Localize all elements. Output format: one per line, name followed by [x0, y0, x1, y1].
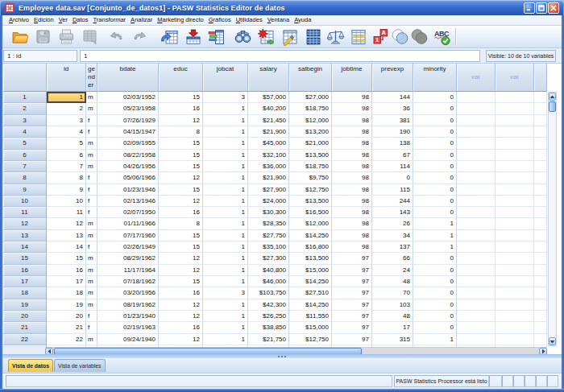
cell-2-bdate[interactable]: 05/23/1958: [97, 103, 159, 114]
use-variable-sets-icon[interactable]: [391, 27, 409, 46]
cell-13-bdate[interactable]: 07/17/1960: [97, 230, 159, 241]
cell-2-educ[interactable]: 16: [159, 103, 203, 114]
cell-12-educ[interactable]: 8: [159, 218, 203, 229]
cell-15-educ[interactable]: 12: [159, 253, 203, 264]
horizontal-scrollbar[interactable]: [45, 347, 547, 354]
cell-10-id[interactable]: 10: [47, 196, 86, 207]
empty-cell[interactable]: [534, 161, 547, 172]
cell-4-educ[interactable]: 8: [159, 126, 203, 138]
cell-15-salary[interactable]: $27,300: [248, 253, 289, 264]
tab-vista-de-variables[interactable]: Vista de variables: [54, 359, 106, 372]
cell-20-minority[interactable]: 0: [413, 311, 457, 322]
cell-1-jobcat[interactable]: 3: [203, 92, 248, 103]
cell-14-id[interactable]: 14: [47, 241, 86, 253]
cell-5-prevexp[interactable]: 138: [372, 138, 413, 149]
cell-22-jobcat[interactable]: 1: [203, 334, 248, 345]
cell-13-jobtime[interactable]: 98: [332, 230, 372, 241]
cell-19-jobcat[interactable]: 1: [203, 299, 248, 311]
cell-4-jobtime[interactable]: 98: [332, 126, 372, 138]
cell-5-jobcat[interactable]: 1: [203, 138, 248, 149]
empty-cell[interactable]: [534, 150, 547, 161]
column-header-var[interactable]: [534, 64, 547, 92]
undo-icon[interactable]: [107, 27, 126, 46]
cell-16-id[interactable]: 16: [47, 265, 86, 276]
cell-17-gender[interactable]: m: [86, 276, 97, 287]
cell-14-prevexp[interactable]: 137: [372, 241, 413, 253]
cell-21-bdate[interactable]: 02/19/1963: [97, 322, 159, 333]
cell-9-id[interactable]: 9: [47, 184, 86, 196]
row-header-18[interactable]: 18: [3, 287, 47, 299]
cell-4-minority[interactable]: 0: [413, 126, 457, 138]
empty-cell[interactable]: [534, 207, 547, 218]
cell-18-minority[interactable]: 0: [413, 287, 457, 299]
maximize-button[interactable]: [536, 2, 547, 14]
empty-cell[interactable]: [534, 311, 547, 322]
column-header-jobcat[interactable]: jobcat: [203, 64, 248, 92]
row-header-9[interactable]: 9: [3, 184, 47, 196]
cell-4-prevexp[interactable]: 190: [372, 126, 413, 138]
cell-11-bdate[interactable]: 02/07/1950: [97, 207, 159, 218]
empty-cell[interactable]: [534, 218, 547, 229]
cell-11-gender[interactable]: f: [86, 207, 97, 218]
column-header-var[interactable]: var: [496, 64, 534, 92]
cell-20-id[interactable]: 20: [47, 311, 86, 322]
cell-17-prevexp[interactable]: 48: [372, 276, 413, 287]
cell-16-jobcat[interactable]: 1: [203, 265, 248, 276]
cell-19-salary[interactable]: $42,300: [248, 299, 289, 311]
empty-cell[interactable]: [457, 287, 496, 299]
cell-13-salary[interactable]: $27,750: [248, 230, 289, 241]
cell-9-bdate[interactable]: 01/23/1946: [97, 184, 159, 196]
empty-cell[interactable]: [534, 334, 547, 345]
column-header-salbegin[interactable]: salbegin: [289, 64, 332, 92]
cell-14-jobtime[interactable]: 98: [332, 241, 372, 253]
cell-21-prevexp[interactable]: 17: [372, 322, 413, 333]
cell-7-salbegin[interactable]: $18,750: [289, 161, 332, 172]
cell-8-salary[interactable]: $21,900: [248, 172, 289, 184]
cell-2-salbegin[interactable]: $18,750: [289, 103, 332, 114]
column-header-var[interactable]: var: [457, 64, 496, 92]
cell-21-minority[interactable]: 0: [413, 322, 457, 333]
cell-2-minority[interactable]: 0: [413, 103, 457, 114]
row-header-22[interactable]: 22: [3, 334, 47, 345]
cell-17-minority[interactable]: 0: [413, 276, 457, 287]
empty-cell[interactable]: [496, 172, 534, 184]
cell-20-bdate[interactable]: 01/23/1940: [97, 311, 159, 322]
close-button[interactable]: [548, 2, 559, 14]
cell-6-prevexp[interactable]: 67: [372, 150, 413, 161]
goto-variable-icon[interactable]: [184, 27, 202, 46]
cell-11-minority[interactable]: 0: [413, 207, 457, 218]
column-header-salary[interactable]: salary: [248, 64, 289, 92]
cell-6-jobcat[interactable]: 1: [203, 150, 248, 161]
cell-22-salary[interactable]: $21,750: [248, 334, 289, 345]
empty-cell[interactable]: [457, 265, 496, 276]
cell-6-bdate[interactable]: 08/22/1958: [97, 150, 159, 161]
cell-7-prevexp[interactable]: 114: [372, 161, 413, 172]
cell-13-educ[interactable]: 15: [159, 230, 203, 241]
cell-15-prevexp[interactable]: 66: [372, 253, 413, 264]
find-icon[interactable]: [234, 27, 252, 46]
cell-21-educ[interactable]: 16: [159, 322, 203, 333]
empty-cell[interactable]: [496, 230, 534, 241]
cell-7-id[interactable]: 7: [47, 161, 86, 172]
cell-4-jobcat[interactable]: 1: [203, 126, 248, 138]
empty-cell[interactable]: [457, 138, 496, 149]
selected-cell[interactable]: 1: [47, 92, 86, 103]
cell-16-salary[interactable]: $40,800: [248, 265, 289, 276]
empty-cell[interactable]: [496, 334, 534, 345]
cell-11-prevexp[interactable]: 143: [372, 207, 413, 218]
empty-cell[interactable]: [534, 126, 547, 138]
cell-22-jobtime[interactable]: 97: [332, 334, 372, 345]
row-header-3[interactable]: 3: [3, 115, 47, 126]
cell-4-bdate[interactable]: 04/15/1947: [97, 126, 159, 138]
cell-editor-input[interactable]: 1: [80, 50, 480, 62]
cell-1-jobtime[interactable]: 98: [332, 92, 372, 103]
empty-cell[interactable]: [457, 253, 496, 264]
row-header-11[interactable]: 11: [3, 207, 47, 218]
cell-2-jobtime[interactable]: 98: [332, 103, 372, 114]
save-icon[interactable]: [34, 27, 52, 46]
empty-cell[interactable]: [457, 150, 496, 161]
cell-7-gender[interactable]: m: [86, 161, 97, 172]
row-header-21[interactable]: 21: [3, 322, 47, 333]
cell-20-jobcat[interactable]: 1: [203, 311, 248, 322]
cell-13-salbegin[interactable]: $14,250: [289, 230, 332, 241]
